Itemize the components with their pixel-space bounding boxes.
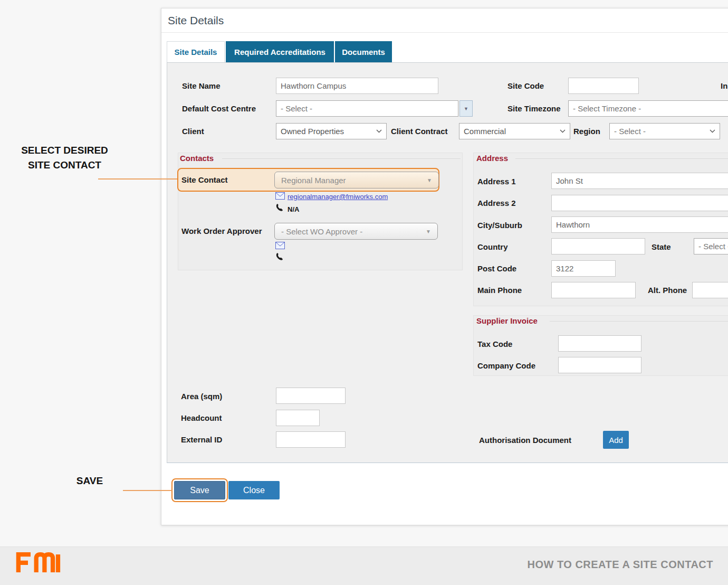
external-id-label: External ID (181, 435, 222, 444)
client-value: Owned Properties (281, 127, 344, 136)
tab-documents-label: Documents (342, 48, 385, 56)
area-label: Area (sqm) (181, 392, 222, 401)
supplier-invoice-heading: Supplier Invoice (476, 316, 538, 325)
client-select[interactable]: Owned Properties (276, 123, 387, 139)
annotation-connector-site-contact (98, 178, 177, 180)
state-select[interactable]: - Select - (694, 238, 728, 254)
headcount-label: Headcount (181, 413, 222, 422)
company-code-label: Company Code (477, 361, 535, 370)
default-cost-centre-combobox[interactable]: - Select - (276, 100, 458, 117)
add-button[interactable]: Add (603, 431, 629, 449)
site-timezone-label: Site Timezone (507, 104, 561, 113)
address2-input[interactable] (551, 195, 728, 211)
city-suburb-input[interactable] (551, 216, 728, 233)
address1-label: Address 1 (477, 177, 516, 186)
fmi-logo: FMI (15, 552, 61, 574)
main-phone-label: Main Phone (477, 286, 522, 295)
site-timezone-value: - Select Timezone - (573, 104, 641, 113)
region-value: - Select - (614, 127, 646, 136)
supplier-invoice-heading-line (550, 321, 728, 322)
tab-site-details[interactable]: Site Details (167, 41, 225, 62)
wo-approver-dropdown[interactable]: - Select WO Approver - ▼ (274, 223, 438, 240)
close-button-label: Close (243, 486, 265, 495)
address1-input[interactable] (551, 173, 728, 189)
site-contact-email-link[interactable]: regionalmanager@fmiworks.com (288, 193, 388, 201)
post-code-input[interactable] (551, 260, 616, 277)
email-icon (275, 192, 285, 202)
default-cost-centre-dropdown-button[interactable]: ▼ (459, 100, 473, 117)
tab-required-accreditations-label: Required Accreditations (234, 48, 325, 56)
inactive-label: In (721, 81, 727, 90)
footer-title: HOW TO CREATE A SITE CONTACT (527, 559, 713, 571)
alt-phone-input[interactable] (692, 282, 728, 298)
region-label: Region (573, 127, 600, 136)
dropdown-arrow-icon: ▼ (426, 229, 431, 234)
client-contract-label: Client Contract (391, 127, 448, 136)
tab-required-accreditations[interactable]: Required Accreditations (225, 41, 334, 62)
contacts-heading: Contacts (180, 154, 214, 163)
contacts-heading-line (222, 158, 461, 159)
default-cost-centre-value: - Select - (281, 104, 312, 113)
site-name-input[interactable] (276, 78, 438, 94)
client-contract-select[interactable]: Commercial (459, 123, 570, 139)
wo-approver-label: Work Order Approver (181, 227, 262, 235)
address2-label: Address 2 (477, 199, 516, 207)
company-code-input[interactable] (558, 357, 641, 373)
city-suburb-label: City/Suburb (477, 221, 522, 230)
tab-documents[interactable]: Documents (334, 41, 392, 62)
authorisation-document-label: Authorisation Document (479, 436, 571, 445)
chevron-down-icon (560, 129, 566, 133)
client-label: Client (182, 127, 204, 136)
default-cost-centre-label: Default Cost Centre (182, 104, 256, 113)
wo-approver-value: - Select WO Approver - (281, 227, 362, 236)
site-contact-label: Site Contact (181, 175, 228, 184)
alt-phone-label: Alt. Phone (648, 286, 687, 295)
chevron-down-icon (710, 129, 715, 133)
site-timezone-select[interactable]: - Select Timezone - (568, 100, 728, 117)
country-input[interactable] (551, 238, 645, 254)
save-button[interactable]: Save (174, 481, 225, 499)
address-heading: Address (476, 154, 508, 163)
chevron-down-icon (376, 129, 382, 133)
headcount-input[interactable] (276, 410, 320, 426)
save-button-label: Save (190, 486, 209, 495)
close-button[interactable]: Close (228, 481, 280, 499)
phone-icon (275, 252, 283, 263)
annotation-line-1: SELECT DESIRED (13, 143, 116, 158)
address-heading-line (515, 158, 728, 159)
dropdown-arrow-icon: ▼ (427, 177, 432, 183)
page: Site Details Site Details Required Accre… (0, 0, 728, 585)
dialog-title: Site Details (168, 14, 224, 27)
site-name-label: Site Name (182, 81, 221, 90)
dropdown-arrow-icon: ▼ (464, 106, 468, 111)
tax-code-label: Tax Code (477, 339, 512, 348)
region-select[interactable]: - Select - (609, 123, 720, 139)
title-divider (161, 32, 728, 33)
state-label: State (652, 242, 671, 251)
main-phone-input[interactable] (551, 282, 636, 298)
tax-code-input[interactable] (558, 335, 641, 352)
annotation-connector-save (123, 490, 172, 491)
area-input[interactable] (276, 388, 346, 404)
state-value: - Select - (698, 242, 728, 251)
annotation-select-site-contact: SELECT DESIRED SITE CONTACT (13, 143, 116, 173)
annotation-save: SAVE (63, 474, 116, 488)
site-code-input[interactable] (568, 78, 639, 94)
annotation-line-2: SITE CONTACT (13, 158, 116, 173)
site-contact-value: Regional Manager (281, 176, 346, 185)
add-button-label: Add (609, 436, 623, 445)
site-code-label: Site Code (507, 81, 544, 90)
post-code-label: Post Code (477, 264, 516, 273)
country-label: Country (477, 242, 508, 251)
email-icon (275, 242, 285, 251)
external-id-input[interactable] (276, 431, 346, 448)
site-contact-phone-value: N/A (288, 205, 299, 213)
client-contract-value: Commercial (464, 127, 506, 136)
tab-site-details-label: Site Details (175, 48, 217, 56)
site-contact-dropdown[interactable]: Regional Manager ▼ (274, 172, 439, 188)
phone-icon (275, 203, 283, 214)
